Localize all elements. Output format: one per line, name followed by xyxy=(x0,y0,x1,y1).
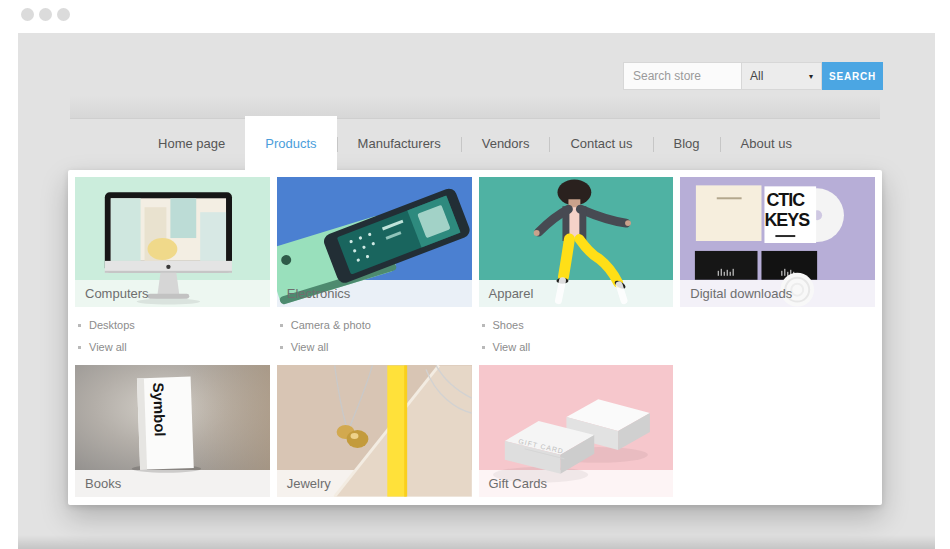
category-label-computers[interactable]: Computers xyxy=(85,286,149,301)
nav-item-vendors[interactable]: Vendors xyxy=(462,118,550,170)
bullet-icon xyxy=(280,346,283,349)
window-control-dot[interactable] xyxy=(21,8,34,21)
sublink-view-all-electronics[interactable]: View all xyxy=(280,341,470,353)
storefront-page: All ▾ SEARCH Home page Products Manufact… xyxy=(18,33,935,549)
browser-mockup: All ▾ SEARCH Home page Products Manufact… xyxy=(0,0,950,549)
category-label-jewelry[interactable]: Jewelry xyxy=(287,476,331,491)
sublinks-electronics: Camera & photo View all xyxy=(277,307,472,365)
category-tile-electronics[interactable]: Electronics xyxy=(277,177,472,307)
bullet-icon xyxy=(482,346,485,349)
category-label-electronics[interactable]: Electronics xyxy=(287,286,351,301)
tile-image-electronics xyxy=(277,177,472,280)
tile-strip: Computers xyxy=(75,280,270,307)
sublink-shoes[interactable]: Shoes xyxy=(482,319,672,331)
chevron-down-icon: ▾ xyxy=(809,72,813,81)
nav-item-home-page[interactable]: Home page xyxy=(138,118,245,170)
nav-item-manufacturers[interactable]: Manufacturers xyxy=(338,118,461,170)
main-nav: Home page Products Manufacturers Vendors… xyxy=(70,118,880,170)
tile-image-jewelry xyxy=(277,365,472,470)
search-input[interactable] xyxy=(623,62,742,90)
tile-image-apparel xyxy=(479,177,674,280)
window-control-dot[interactable] xyxy=(57,8,70,21)
tile-strip: Jewelry xyxy=(277,470,472,497)
nav-top-shadow xyxy=(70,95,880,118)
tile-image-computers xyxy=(75,177,270,280)
sublink-desktops[interactable]: Desktops xyxy=(78,319,268,331)
sublinks-computers: Desktops View all xyxy=(75,307,270,365)
window-titlebar xyxy=(0,0,950,33)
tile-strip: Gift Cards xyxy=(479,470,674,497)
nav-item-blog[interactable]: Blog xyxy=(654,118,720,170)
search-category-select[interactable]: All ▾ xyxy=(742,62,822,90)
nav-item-contact-us[interactable]: Contact us xyxy=(550,118,652,170)
sublink-camera-photo[interactable]: Camera & photo xyxy=(280,319,470,331)
tile-strip: Electronics xyxy=(277,280,472,307)
tile-image-gift-cards xyxy=(479,365,674,470)
sublink-view-all-apparel[interactable]: View all xyxy=(482,341,672,353)
bullet-icon xyxy=(78,346,81,349)
tile-strip: Apparel xyxy=(479,280,674,307)
bullet-icon xyxy=(482,324,485,327)
nav-item-products[interactable]: Products xyxy=(245,116,336,170)
sublink-view-all-computers[interactable]: View all xyxy=(78,341,268,353)
search-category-value: All xyxy=(750,69,763,83)
tile-strip: Books xyxy=(75,470,270,497)
sublinks-apparel: Shoes View all xyxy=(479,307,674,365)
window-control-dot[interactable] xyxy=(39,8,52,21)
search-button[interactable]: SEARCH xyxy=(822,62,883,90)
category-tile-computers[interactable]: Computers xyxy=(75,177,270,307)
bullet-icon xyxy=(280,324,283,327)
tile-strip: Digital downloads xyxy=(680,280,875,307)
category-label-apparel[interactable]: Apparel xyxy=(489,286,534,301)
category-tile-jewelry[interactable]: Jewelry xyxy=(277,365,472,497)
nav-item-about-us[interactable]: About us xyxy=(721,118,812,170)
category-tile-books[interactable]: Symbol Books xyxy=(75,365,270,497)
category-tile-digital-downloads[interactable]: CTIC KEYS xyxy=(680,177,875,307)
category-label-gift-cards[interactable]: Gift Cards xyxy=(489,476,548,491)
tile-image-books xyxy=(75,365,270,470)
category-label-books[interactable]: Books xyxy=(85,476,121,491)
tile-image-digital-downloads xyxy=(680,177,875,280)
category-tile-apparel[interactable]: Apparel xyxy=(479,177,674,307)
bullet-icon xyxy=(78,324,81,327)
category-label-digital-downloads[interactable]: Digital downloads xyxy=(690,286,792,301)
category-tile-gift-cards[interactable]: GIFT CARD Gift Cards xyxy=(479,365,674,497)
products-mega-menu: Computers xyxy=(68,170,882,505)
